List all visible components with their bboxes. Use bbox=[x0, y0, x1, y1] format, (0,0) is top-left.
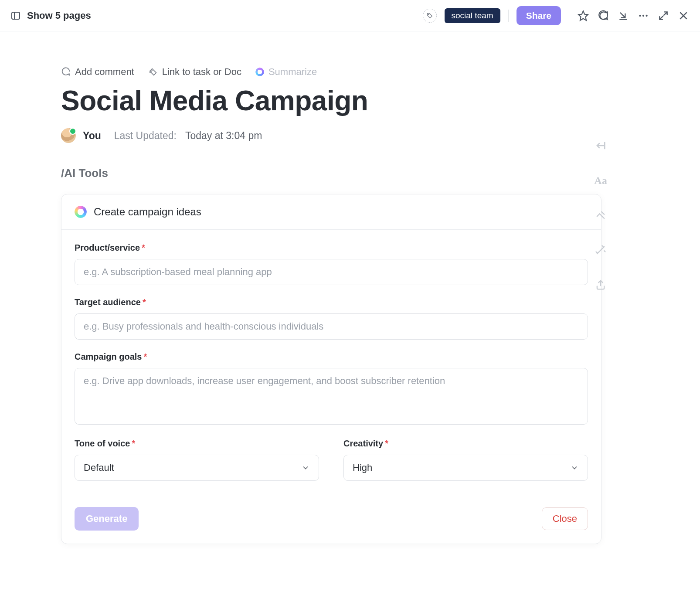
field-creativity: Creativity* High bbox=[343, 439, 588, 481]
topbar-left: Show 5 pages bbox=[10, 10, 423, 21]
download-icon[interactable] bbox=[617, 10, 629, 22]
svg-rect-0 bbox=[12, 12, 20, 19]
author-name: You bbox=[83, 130, 101, 142]
product-label: Product/service* bbox=[75, 243, 588, 253]
goals-label: Campaign goals* bbox=[75, 352, 588, 362]
ai-card-header: Create campaign ideas bbox=[61, 194, 601, 230]
star-icon[interactable] bbox=[577, 10, 589, 22]
close-button[interactable]: Close bbox=[542, 507, 588, 530]
ai-card-title: Create campaign ideas bbox=[94, 206, 201, 218]
field-goals: Campaign goals* bbox=[75, 352, 588, 426]
tone-select[interactable]: Default bbox=[75, 455, 319, 481]
ai-tool-card: Create campaign ideas Product/service* T… bbox=[61, 194, 601, 544]
field-row-selects: Tone of voice* Default Creativity* bbox=[75, 439, 588, 481]
product-input[interactable] bbox=[75, 259, 588, 285]
topbar-right: social team Share bbox=[423, 6, 690, 25]
summarize-action[interactable]: Summarize bbox=[255, 66, 317, 78]
svg-marker-3 bbox=[578, 11, 588, 20]
audience-input[interactable] bbox=[75, 313, 588, 340]
divider bbox=[569, 10, 569, 22]
field-tone: Tone of voice* Default bbox=[75, 439, 319, 481]
chevron-down-icon bbox=[570, 463, 579, 472]
divider bbox=[508, 10, 509, 22]
creativity-select[interactable]: High bbox=[343, 455, 588, 481]
ai-assist-icon[interactable] bbox=[595, 209, 607, 221]
required-asterisk: * bbox=[142, 243, 145, 252]
collapse-right-icon[interactable] bbox=[595, 140, 607, 152]
team-badge[interactable]: social team bbox=[445, 8, 500, 23]
share-export-icon[interactable] bbox=[595, 279, 607, 291]
svg-point-2 bbox=[428, 14, 429, 15]
ai-orb-icon bbox=[75, 206, 87, 218]
tag-icon[interactable] bbox=[423, 9, 437, 23]
svg-point-5 bbox=[639, 14, 641, 16]
document-meta: You Last Updated: Today at 3:04 pm bbox=[61, 128, 584, 143]
tone-label: Tone of voice* bbox=[75, 439, 319, 449]
generate-button[interactable]: Generate bbox=[75, 507, 139, 531]
document-quick-actions: Add comment Link to task or Doc Summariz… bbox=[61, 66, 584, 78]
field-product: Product/service* bbox=[75, 243, 588, 285]
typography-icon[interactable]: Aa bbox=[595, 174, 607, 187]
required-asterisk: * bbox=[385, 439, 388, 448]
goals-textarea[interactable] bbox=[75, 368, 588, 425]
creativity-label: Creativity* bbox=[343, 439, 588, 449]
right-rail: Aa bbox=[595, 140, 607, 291]
chevron-down-icon bbox=[301, 463, 310, 472]
add-comment-label: Add comment bbox=[75, 66, 134, 78]
link-task-action[interactable]: Link to task or Doc bbox=[148, 66, 241, 78]
svg-point-7 bbox=[646, 14, 647, 16]
magic-wand-icon[interactable] bbox=[595, 244, 607, 256]
comment-icon[interactable] bbox=[597, 10, 609, 22]
summarize-icon bbox=[255, 68, 264, 76]
ai-card-footer: Generate Close bbox=[61, 494, 601, 544]
expand-icon[interactable] bbox=[657, 10, 669, 22]
required-asterisk: * bbox=[132, 439, 135, 448]
ai-card-body: Product/service* Target audience* Campai… bbox=[61, 230, 601, 494]
summarize-label: Summarize bbox=[268, 66, 317, 78]
document-content: Add comment Link to task or Doc Summariz… bbox=[0, 31, 610, 544]
show-pages-button[interactable]: Show 5 pages bbox=[27, 10, 91, 21]
slash-command-text[interactable]: /AI Tools bbox=[61, 167, 584, 180]
share-button[interactable]: Share bbox=[517, 6, 561, 25]
add-comment-action[interactable]: Add comment bbox=[61, 66, 134, 78]
close-icon[interactable] bbox=[677, 10, 690, 22]
audience-label: Target audience* bbox=[75, 297, 588, 307]
svg-point-6 bbox=[642, 14, 644, 16]
more-icon[interactable] bbox=[637, 10, 649, 22]
avatar[interactable] bbox=[61, 128, 76, 143]
top-toolbar: Show 5 pages social team Share bbox=[0, 0, 700, 31]
creativity-value: High bbox=[353, 462, 372, 473]
sidebar-panel-icon[interactable] bbox=[10, 10, 21, 21]
tone-value: Default bbox=[84, 462, 114, 473]
field-audience: Target audience* bbox=[75, 297, 588, 340]
required-asterisk: * bbox=[143, 297, 146, 307]
required-asterisk: * bbox=[143, 352, 147, 361]
document-title[interactable]: Social Media Campaign bbox=[61, 85, 584, 117]
link-task-label: Link to task or Doc bbox=[162, 66, 241, 78]
last-updated-time: Today at 3:04 pm bbox=[185, 130, 262, 142]
last-updated-label: Last Updated: bbox=[114, 130, 177, 142]
